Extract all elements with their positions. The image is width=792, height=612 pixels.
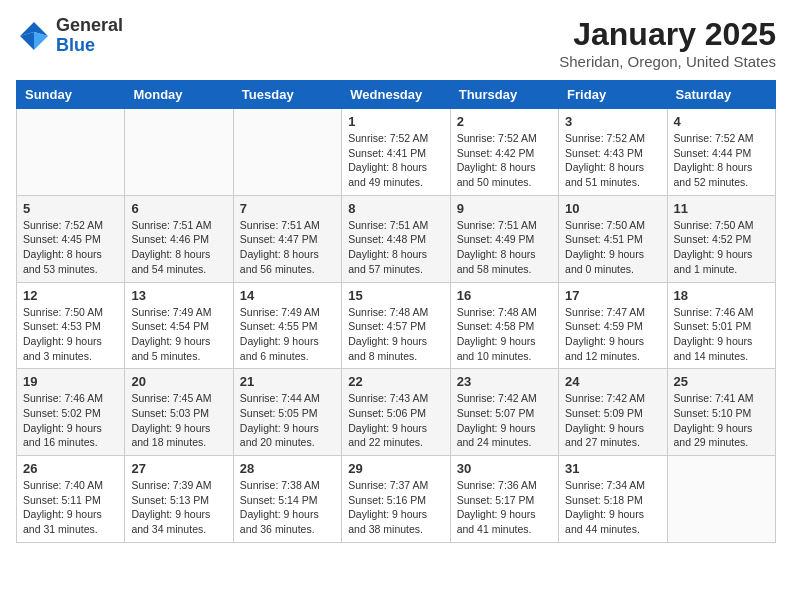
- calendar-cell: 2Sunrise: 7:52 AM Sunset: 4:42 PM Daylig…: [450, 109, 558, 196]
- week-row-1: 1Sunrise: 7:52 AM Sunset: 4:41 PM Daylig…: [17, 109, 776, 196]
- week-row-4: 19Sunrise: 7:46 AM Sunset: 5:02 PM Dayli…: [17, 369, 776, 456]
- calendar-cell: 19Sunrise: 7:46 AM Sunset: 5:02 PM Dayli…: [17, 369, 125, 456]
- cell-content: Sunrise: 7:40 AM Sunset: 5:11 PM Dayligh…: [23, 479, 103, 535]
- cell-content: Sunrise: 7:50 AM Sunset: 4:51 PM Dayligh…: [565, 219, 645, 275]
- day-number: 18: [674, 288, 769, 303]
- calendar-cell: 24Sunrise: 7:42 AM Sunset: 5:09 PM Dayli…: [559, 369, 667, 456]
- week-row-2: 5Sunrise: 7:52 AM Sunset: 4:45 PM Daylig…: [17, 195, 776, 282]
- cell-content: Sunrise: 7:47 AM Sunset: 4:59 PM Dayligh…: [565, 306, 645, 362]
- cell-content: Sunrise: 7:45 AM Sunset: 5:03 PM Dayligh…: [131, 392, 211, 448]
- day-number: 27: [131, 461, 226, 476]
- day-number: 16: [457, 288, 552, 303]
- cell-content: Sunrise: 7:48 AM Sunset: 4:57 PM Dayligh…: [348, 306, 428, 362]
- cell-content: Sunrise: 7:52 AM Sunset: 4:41 PM Dayligh…: [348, 132, 428, 188]
- cell-content: Sunrise: 7:52 AM Sunset: 4:42 PM Dayligh…: [457, 132, 537, 188]
- week-row-3: 12Sunrise: 7:50 AM Sunset: 4:53 PM Dayli…: [17, 282, 776, 369]
- day-number: 22: [348, 374, 443, 389]
- days-header-row: SundayMondayTuesdayWednesdayThursdayFrid…: [17, 81, 776, 109]
- cell-content: Sunrise: 7:42 AM Sunset: 5:09 PM Dayligh…: [565, 392, 645, 448]
- day-number: 31: [565, 461, 660, 476]
- day-number: 11: [674, 201, 769, 216]
- page-header: General Blue January 2025 Sheridan, Oreg…: [16, 16, 776, 70]
- calendar-cell: 22Sunrise: 7:43 AM Sunset: 5:06 PM Dayli…: [342, 369, 450, 456]
- cell-content: Sunrise: 7:52 AM Sunset: 4:44 PM Dayligh…: [674, 132, 754, 188]
- calendar-cell: 3Sunrise: 7:52 AM Sunset: 4:43 PM Daylig…: [559, 109, 667, 196]
- cell-content: Sunrise: 7:38 AM Sunset: 5:14 PM Dayligh…: [240, 479, 320, 535]
- day-number: 1: [348, 114, 443, 129]
- day-number: 3: [565, 114, 660, 129]
- logo: General Blue: [16, 16, 123, 56]
- calendar-cell: [125, 109, 233, 196]
- day-number: 29: [348, 461, 443, 476]
- day-number: 25: [674, 374, 769, 389]
- day-number: 13: [131, 288, 226, 303]
- cell-content: Sunrise: 7:48 AM Sunset: 4:58 PM Dayligh…: [457, 306, 537, 362]
- cell-content: Sunrise: 7:51 AM Sunset: 4:49 PM Dayligh…: [457, 219, 537, 275]
- calendar-cell: [233, 109, 341, 196]
- cell-content: Sunrise: 7:34 AM Sunset: 5:18 PM Dayligh…: [565, 479, 645, 535]
- calendar-cell: 16Sunrise: 7:48 AM Sunset: 4:58 PM Dayli…: [450, 282, 558, 369]
- day-number: 12: [23, 288, 118, 303]
- calendar-cell: 30Sunrise: 7:36 AM Sunset: 5:17 PM Dayli…: [450, 456, 558, 543]
- cell-content: Sunrise: 7:49 AM Sunset: 4:54 PM Dayligh…: [131, 306, 211, 362]
- calendar-cell: 9Sunrise: 7:51 AM Sunset: 4:49 PM Daylig…: [450, 195, 558, 282]
- week-row-5: 26Sunrise: 7:40 AM Sunset: 5:11 PM Dayli…: [17, 456, 776, 543]
- calendar-cell: 27Sunrise: 7:39 AM Sunset: 5:13 PM Dayli…: [125, 456, 233, 543]
- calendar-cell: 11Sunrise: 7:50 AM Sunset: 4:52 PM Dayli…: [667, 195, 775, 282]
- calendar-cell: 5Sunrise: 7:52 AM Sunset: 4:45 PM Daylig…: [17, 195, 125, 282]
- day-header-tuesday: Tuesday: [233, 81, 341, 109]
- cell-content: Sunrise: 7:50 AM Sunset: 4:53 PM Dayligh…: [23, 306, 103, 362]
- cell-content: Sunrise: 7:43 AM Sunset: 5:06 PM Dayligh…: [348, 392, 428, 448]
- cell-content: Sunrise: 7:51 AM Sunset: 4:46 PM Dayligh…: [131, 219, 211, 275]
- cell-content: Sunrise: 7:52 AM Sunset: 4:43 PM Dayligh…: [565, 132, 645, 188]
- day-number: 8: [348, 201, 443, 216]
- cell-content: Sunrise: 7:50 AM Sunset: 4:52 PM Dayligh…: [674, 219, 754, 275]
- cell-content: Sunrise: 7:37 AM Sunset: 5:16 PM Dayligh…: [348, 479, 428, 535]
- calendar-cell: 1Sunrise: 7:52 AM Sunset: 4:41 PM Daylig…: [342, 109, 450, 196]
- day-number: 4: [674, 114, 769, 129]
- cell-content: Sunrise: 7:51 AM Sunset: 4:47 PM Dayligh…: [240, 219, 320, 275]
- day-header-sunday: Sunday: [17, 81, 125, 109]
- calendar-cell: 18Sunrise: 7:46 AM Sunset: 5:01 PM Dayli…: [667, 282, 775, 369]
- calendar-cell: 4Sunrise: 7:52 AM Sunset: 4:44 PM Daylig…: [667, 109, 775, 196]
- day-number: 6: [131, 201, 226, 216]
- calendar-cell: 31Sunrise: 7:34 AM Sunset: 5:18 PM Dayli…: [559, 456, 667, 543]
- cell-content: Sunrise: 7:36 AM Sunset: 5:17 PM Dayligh…: [457, 479, 537, 535]
- day-number: 9: [457, 201, 552, 216]
- day-header-friday: Friday: [559, 81, 667, 109]
- cell-content: Sunrise: 7:42 AM Sunset: 5:07 PM Dayligh…: [457, 392, 537, 448]
- day-header-thursday: Thursday: [450, 81, 558, 109]
- calendar-cell: 6Sunrise: 7:51 AM Sunset: 4:46 PM Daylig…: [125, 195, 233, 282]
- day-number: 14: [240, 288, 335, 303]
- logo-general: General: [56, 16, 123, 36]
- cell-content: Sunrise: 7:51 AM Sunset: 4:48 PM Dayligh…: [348, 219, 428, 275]
- title-area: January 2025 Sheridan, Oregon, United St…: [559, 16, 776, 70]
- calendar-cell: [17, 109, 125, 196]
- location: Sheridan, Oregon, United States: [559, 53, 776, 70]
- calendar-cell: 15Sunrise: 7:48 AM Sunset: 4:57 PM Dayli…: [342, 282, 450, 369]
- calendar-cell: 29Sunrise: 7:37 AM Sunset: 5:16 PM Dayli…: [342, 456, 450, 543]
- day-number: 24: [565, 374, 660, 389]
- day-number: 30: [457, 461, 552, 476]
- calendar-cell: 17Sunrise: 7:47 AM Sunset: 4:59 PM Dayli…: [559, 282, 667, 369]
- calendar-cell: 12Sunrise: 7:50 AM Sunset: 4:53 PM Dayli…: [17, 282, 125, 369]
- day-number: 23: [457, 374, 552, 389]
- calendar-cell: 7Sunrise: 7:51 AM Sunset: 4:47 PM Daylig…: [233, 195, 341, 282]
- calendar-cell: 14Sunrise: 7:49 AM Sunset: 4:55 PM Dayli…: [233, 282, 341, 369]
- day-number: 20: [131, 374, 226, 389]
- calendar: SundayMondayTuesdayWednesdayThursdayFrid…: [16, 80, 776, 543]
- cell-content: Sunrise: 7:44 AM Sunset: 5:05 PM Dayligh…: [240, 392, 320, 448]
- day-number: 2: [457, 114, 552, 129]
- day-number: 7: [240, 201, 335, 216]
- cell-content: Sunrise: 7:46 AM Sunset: 5:02 PM Dayligh…: [23, 392, 103, 448]
- cell-content: Sunrise: 7:41 AM Sunset: 5:10 PM Dayligh…: [674, 392, 754, 448]
- day-header-saturday: Saturday: [667, 81, 775, 109]
- cell-content: Sunrise: 7:49 AM Sunset: 4:55 PM Dayligh…: [240, 306, 320, 362]
- day-number: 21: [240, 374, 335, 389]
- logo-blue: Blue: [56, 36, 123, 56]
- day-number: 26: [23, 461, 118, 476]
- day-number: 19: [23, 374, 118, 389]
- calendar-cell: 10Sunrise: 7:50 AM Sunset: 4:51 PM Dayli…: [559, 195, 667, 282]
- calendar-cell: 20Sunrise: 7:45 AM Sunset: 5:03 PM Dayli…: [125, 369, 233, 456]
- logo-text: General Blue: [56, 16, 123, 56]
